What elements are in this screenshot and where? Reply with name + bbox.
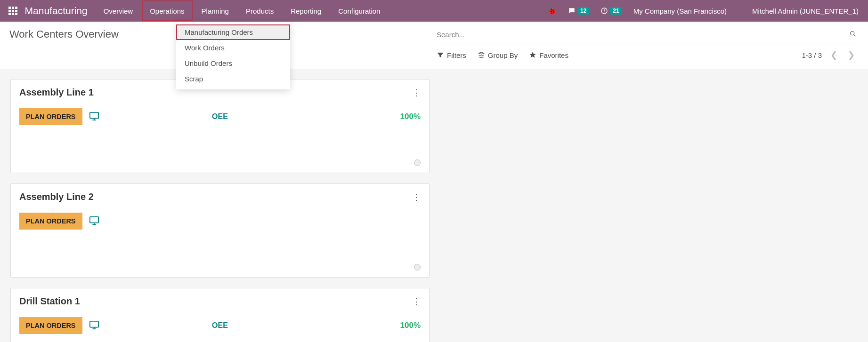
monitor-icon[interactable] <box>89 111 99 122</box>
messages-icon[interactable]: 12 <box>562 0 595 22</box>
pager-prev-icon[interactable]: ❮ <box>828 50 839 60</box>
groupby-button[interactable]: Group By <box>478 51 518 59</box>
favorites-label: Favorites <box>539 51 568 59</box>
operations-dropdown: Manufacturing Orders Work Orders Unbuild… <box>176 22 290 89</box>
card-menu-icon[interactable]: ⋮ <box>412 296 421 307</box>
plan-orders-button[interactable]: PLAN ORDERS <box>19 213 82 230</box>
activity-badge: 21 <box>610 7 622 15</box>
activity-icon[interactable]: 21 <box>595 0 627 22</box>
card-menu-icon[interactable]: ⋮ <box>412 192 421 202</box>
search-input[interactable] <box>437 31 849 39</box>
card-title: Assembly Line 1 <box>19 87 94 98</box>
user-menu[interactable]: Mitchell Admin (JUNE_ENTER_1) <box>732 5 864 16</box>
svg-rect-9 <box>89 321 98 327</box>
nav-right: 🐞 12 21 My Company (San Francisco) Mitch… <box>542 0 864 22</box>
kanban-col-1: Assembly Line 1 ⋮ PLAN ORDERS OEE 100% A… <box>10 79 430 278</box>
nav-item-overview[interactable]: Overview <box>95 0 142 22</box>
svg-rect-3 <box>89 112 98 118</box>
card-title: Assembly Line 2 <box>19 191 94 202</box>
dropdown-item-unbuild-orders[interactable]: Unbuild Orders <box>176 56 290 71</box>
nav-menu: Overview Operations Planning Products Re… <box>95 0 389 22</box>
avatar-icon <box>737 5 748 16</box>
nav-item-configuration[interactable]: Configuration <box>330 0 389 22</box>
debug-icon[interactable]: 🐞 <box>542 0 562 22</box>
search-box <box>435 28 859 43</box>
status-dot-icon[interactable] <box>414 159 421 166</box>
dropdown-item-scrap[interactable]: Scrap <box>176 71 290 87</box>
monitor-icon[interactable] <box>89 216 99 227</box>
oee-label: OEE <box>212 112 228 121</box>
page-title: Work Centers Overview <box>9 28 119 40</box>
control-panel: Work Centers Overview Filters Group By F… <box>0 22 868 69</box>
pager-text: 1-3 / 3 <box>802 51 822 59</box>
groupby-label: Group By <box>488 51 518 59</box>
oee-value: 100% <box>400 321 421 330</box>
dropdown-item-manufacturing-orders[interactable]: Manufacturing Orders <box>176 24 290 40</box>
messages-badge: 12 <box>577 7 589 15</box>
oee-label: OEE <box>212 321 228 330</box>
pager: 1-3 / 3 ❮ ❯ <box>802 50 857 60</box>
nav-item-products[interactable]: Products <box>237 0 282 22</box>
status-dot-icon[interactable] <box>414 264 421 270</box>
favorites-button[interactable]: Favorites <box>529 51 568 59</box>
card-menu-icon[interactable]: ⋮ <box>412 87 421 98</box>
kanban-col-2: Drill Station 1 ⋮ PLAN ORDERS OEE 100% <box>10 288 430 342</box>
svg-point-1 <box>851 32 854 35</box>
filters-label: Filters <box>447 51 466 59</box>
svg-rect-6 <box>89 216 98 223</box>
nav-item-operations[interactable]: Operations <box>141 0 193 22</box>
app-brand[interactable]: Manufacturing <box>22 5 95 16</box>
workcenter-card[interactable]: Assembly Line 1 ⋮ PLAN ORDERS OEE 100% <box>10 79 430 173</box>
search-toolbar: Filters Group By Favorites 1-3 / 3 ❮ ❯ <box>435 43 859 65</box>
search-icon[interactable] <box>849 30 857 39</box>
nav-item-reporting[interactable]: Reporting <box>282 0 330 22</box>
workcenter-card[interactable]: Assembly Line 2 ⋮ PLAN ORDERS <box>10 183 430 278</box>
user-name: Mitchell Admin (JUNE_ENTER_1) <box>752 7 859 15</box>
monitor-icon[interactable] <box>89 320 99 331</box>
kanban-view: Assembly Line 1 ⋮ PLAN ORDERS OEE 100% A… <box>0 69 868 342</box>
svg-line-2 <box>854 35 855 36</box>
apps-icon[interactable] <box>4 7 22 16</box>
company-switcher[interactable]: My Company (San Francisco) <box>628 0 732 22</box>
pager-next-icon[interactable]: ❯ <box>846 50 857 60</box>
plan-orders-button[interactable]: PLAN ORDERS <box>19 108 82 125</box>
dropdown-item-work-orders[interactable]: Work Orders <box>176 40 290 56</box>
workcenter-card[interactable]: Drill Station 1 ⋮ PLAN ORDERS OEE 100% <box>10 288 430 342</box>
card-title: Drill Station 1 <box>19 296 80 307</box>
main-navbar: Manufacturing Overview Operations Planni… <box>0 0 868 22</box>
oee-value: 100% <box>400 112 421 121</box>
filters-button[interactable]: Filters <box>437 51 466 59</box>
nav-item-planning[interactable]: Planning <box>193 0 237 22</box>
plan-orders-button[interactable]: PLAN ORDERS <box>19 317 82 334</box>
